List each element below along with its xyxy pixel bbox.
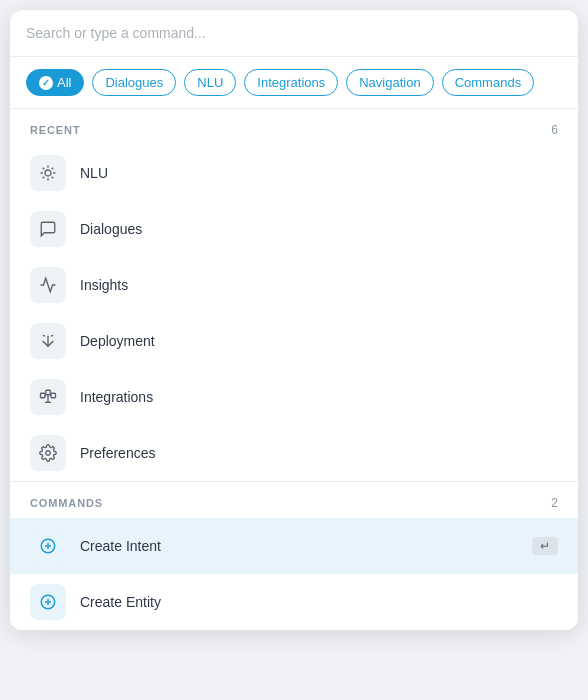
commands-section-title: COMMANDS	[30, 497, 103, 509]
nlu-icon	[30, 155, 66, 191]
svg-point-0	[45, 170, 51, 176]
recent-section-header: RECENT 6	[10, 109, 578, 145]
search-bar	[10, 10, 578, 57]
recent-section-count: 6	[551, 123, 558, 137]
preferences-icon	[30, 435, 66, 471]
list-item-create-intent[interactable]: Create Intent ↵	[10, 518, 578, 574]
svg-rect-5	[51, 393, 56, 398]
filter-chip-all[interactable]: All	[26, 69, 84, 96]
create-entity-label: Create Entity	[80, 594, 161, 610]
recent-section-title: RECENT	[30, 124, 81, 136]
create-intent-shortcut: ↵	[532, 537, 558, 555]
filter-chip-integrations[interactable]: Integrations	[244, 69, 338, 96]
svg-rect-4	[41, 393, 46, 398]
commands-section-count: 2	[551, 496, 558, 510]
list-item-insights[interactable]: Insights	[10, 257, 578, 313]
insights-icon	[30, 267, 66, 303]
filter-chip-nlu[interactable]: NLU	[184, 69, 236, 96]
filter-label-dialogues: Dialogues	[105, 75, 163, 90]
nlu-label: NLU	[80, 165, 108, 181]
svg-rect-6	[46, 390, 51, 395]
deployment-label: Deployment	[80, 333, 155, 349]
integrations-label: Integrations	[80, 389, 153, 405]
search-input[interactable]	[26, 25, 562, 41]
filter-bar: All Dialogues NLU Integrations Navigatio…	[10, 57, 578, 109]
deployment-icon	[30, 323, 66, 359]
filter-chip-dialogues[interactable]: Dialogues	[92, 69, 176, 96]
integrations-icon	[30, 379, 66, 415]
list-item-integrations[interactable]: Integrations	[10, 369, 578, 425]
recent-section: RECENT 6 NLU Dialogues	[10, 109, 578, 481]
command-palette: All Dialogues NLU Integrations Navigatio…	[10, 10, 578, 630]
enter-icon: ↵	[540, 539, 550, 553]
svg-point-11	[46, 451, 51, 456]
filter-label-commands: Commands	[455, 75, 521, 90]
create-entity-icon	[30, 584, 66, 620]
commands-section: COMMANDS 2 Create Intent ↵	[10, 481, 578, 630]
dialogues-label: Dialogues	[80, 221, 142, 237]
list-item-deployment[interactable]: Deployment	[10, 313, 578, 369]
filter-label-nlu: NLU	[197, 75, 223, 90]
commands-section-header: COMMANDS 2	[10, 482, 578, 518]
list-item-preferences[interactable]: Preferences	[10, 425, 578, 481]
create-intent-icon	[30, 528, 66, 564]
dialogues-icon	[30, 211, 66, 247]
filter-chip-commands[interactable]: Commands	[442, 69, 534, 96]
create-intent-label: Create Intent	[80, 538, 161, 554]
list-item-create-entity[interactable]: Create Entity	[10, 574, 578, 630]
insights-label: Insights	[80, 277, 128, 293]
preferences-label: Preferences	[80, 445, 155, 461]
check-icon	[39, 76, 53, 90]
list-item-nlu[interactable]: NLU	[10, 145, 578, 201]
filter-label-navigation: Navigation	[359, 75, 420, 90]
filter-chip-navigation[interactable]: Navigation	[346, 69, 433, 96]
filter-label-integrations: Integrations	[257, 75, 325, 90]
list-item-dialogues[interactable]: Dialogues	[10, 201, 578, 257]
filter-label-all: All	[57, 75, 71, 90]
